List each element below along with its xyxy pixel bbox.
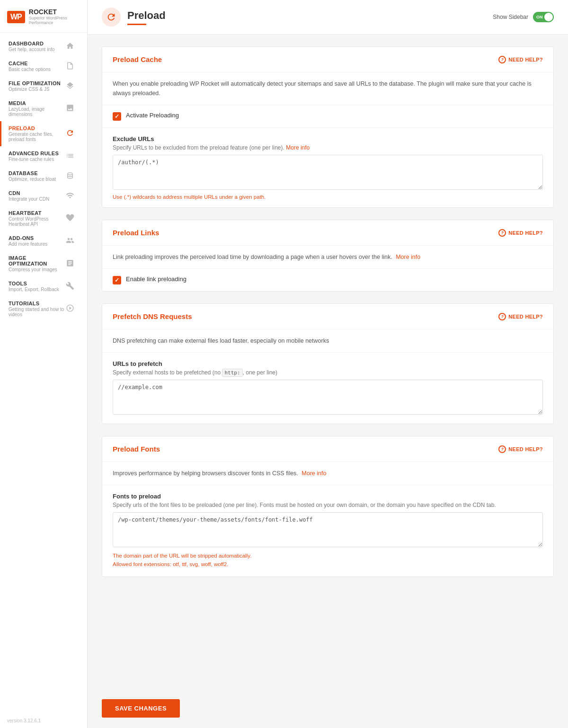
prefetch-dns-need-help[interactable]: ? NEED HELP? [498, 313, 543, 320]
preload-links-title: Preload Links [113, 229, 159, 237]
preload-fonts-need-help[interactable]: ? NEED HELP? [498, 445, 543, 453]
fonts-hint1: The domain part of the URL will be strip… [113, 551, 543, 560]
logo-subtitle: Superior WordPress Performance [29, 16, 80, 25]
sidebar-item-tutorials[interactable]: TUTORIALS Getting started and how to vid… [0, 296, 87, 321]
prefetch-urls-label: URLs to prefetch [113, 360, 543, 367]
page-title-underline [127, 24, 146, 25]
sidebar-item-tools[interactable]: TOOLS Import, Export, Rollback [0, 276, 87, 296]
fonts-preload-desc: Specify urls of the font files to be pre… [113, 502, 543, 508]
sidebar-item-cache[interactable]: CACHE Basic cache options [0, 56, 87, 76]
page-header-icon [102, 8, 121, 27]
play-icon [65, 304, 75, 314]
list-icon [65, 151, 75, 161]
preload-cache-need-help[interactable]: ? NEED HELP? [498, 56, 543, 63]
enable-link-preloading-row: Enable link preloading [102, 269, 553, 291]
prefetch-urls-desc: Specify external hosts to be prefetched … [113, 369, 543, 376]
toggle-on-label: ON [536, 15, 543, 19]
sidebar-item-addons[interactable]: ADD-ONS Add more features [0, 231, 87, 251]
sidebar-item-cdn[interactable]: CDN Integrate your CDN [0, 186, 87, 206]
prefetch-dns-desc: DNS prefetching can make external files … [102, 329, 553, 353]
need-help-icon: ? [498, 56, 506, 63]
toggle-knob [544, 13, 553, 21]
enable-link-preloading-checkbox[interactable] [113, 276, 121, 284]
content-area: Preload Cache ? NEED HELP? When you enab… [88, 35, 568, 689]
prefetch-dns-body: URLs to prefetch Specify external hosts … [102, 353, 553, 424]
prefetch-dns-title: Prefetch DNS Requests [113, 312, 192, 320]
preload-links-body: Enable link preloading [102, 269, 553, 291]
prefetch-dns-section: Prefetch DNS Requests ? NEED HELP? DNS p… [102, 303, 554, 424]
preload-fonts-body: Fonts to preload Specify urls of the fon… [102, 485, 553, 577]
preload-links-desc: Link preloading improves the perceived l… [102, 246, 553, 269]
header-right: Show Sidebar ON [493, 12, 554, 22]
logo-area: WP ROCKET Superior WordPress Performance [0, 0, 87, 33]
addons-icon [65, 236, 75, 246]
preload-fonts-header: Preload Fonts ? NEED HELP? [102, 436, 553, 462]
show-sidebar-label: Show Sidebar [493, 14, 528, 20]
http-code: http: [222, 369, 242, 377]
sidebar-item-dashboard[interactable]: DASHBOARD Get help, account info [0, 36, 87, 56]
sidebar-item-advanced-rules[interactable]: ADVANCED RULES Fine-tune cache rules [0, 146, 87, 166]
sidebar-item-image-optimization[interactable]: IMAGE OPTIMIZATION Compress your images [0, 251, 87, 276]
logo-wp: WP [7, 11, 25, 23]
save-bar: SAVE CHANGES [88, 689, 568, 728]
image-opt-icon [65, 259, 75, 269]
preload-cache-desc: When you enable preloading WP Rocket wil… [102, 72, 553, 105]
database-icon [65, 171, 75, 181]
exclude-urls-more-link[interactable]: More info [286, 144, 310, 151]
sidebar-item-database[interactable]: DATABASE Optimize, reduce bloat [0, 166, 87, 186]
prefetch-urls-textarea[interactable] [113, 380, 543, 415]
need-help-icon-4: ? [498, 445, 506, 453]
activate-preloading-label: Activate Preloading [126, 112, 179, 119]
preload-links-header: Preload Links ? NEED HELP? [102, 220, 553, 246]
sidebar-item-file-optimization[interactable]: FILE OPTIMIZATION Optimize CSS & JS [0, 76, 87, 96]
activate-preloading-checkbox[interactable] [113, 112, 121, 121]
refresh-icon [65, 129, 75, 139]
heartbeat-icon [65, 213, 75, 223]
preload-links-need-help[interactable]: ? NEED HELP? [498, 229, 543, 237]
sidebar-item-heartbeat[interactable]: HEARTBEAT Control WordPress Heartbeat AP… [0, 206, 87, 231]
need-help-icon-3: ? [498, 313, 506, 320]
image-icon [65, 104, 75, 114]
fonts-preload-label: Fonts to preload [113, 493, 543, 500]
fonts-hints: The domain part of the URL will be strip… [113, 551, 543, 569]
fonts-hint2: Allowed font extensions: otf, ttf, svg, … [113, 560, 543, 568]
fonts-preload-textarea[interactable] [113, 512, 543, 547]
exclude-urls-label: Exclude URLs [113, 135, 543, 142]
sidebar-item-media[interactable]: MEDIA LazyLoad, image dimensions [0, 96, 87, 121]
need-help-icon-2: ? [498, 229, 506, 237]
exclude-urls-desc: Specify URLs to be excluded from the pre… [113, 144, 543, 151]
sidebar: WP ROCKET Superior WordPress Performance… [0, 0, 88, 728]
preload-cache-title: Preload Cache [113, 55, 162, 63]
main-content: Preload Show Sidebar ON Preload Cache ? … [88, 0, 568, 728]
preload-cache-body: Activate Preloading Exclude URLs Specify… [102, 105, 553, 207]
save-changes-button[interactable]: SAVE CHANGES [102, 699, 180, 718]
sidebar-version: version 3.12.6.1 [0, 713, 87, 728]
home-icon [65, 42, 75, 52]
page-header: Preload Show Sidebar ON [88, 0, 568, 35]
show-sidebar-toggle[interactable]: ON [533, 12, 554, 22]
page-header-left: Preload [102, 8, 166, 27]
prefetch-dns-header: Prefetch DNS Requests ? NEED HELP? [102, 304, 553, 329]
enable-link-preloading-label: Enable link preloading [126, 275, 186, 283]
activate-preloading-row: Activate Preloading [102, 105, 553, 128]
prefetch-urls-group: URLs to prefetch Specify external hosts … [102, 353, 553, 424]
file-icon [65, 62, 75, 71]
preload-links-more-link[interactable]: More info [396, 254, 420, 260]
tools-icon [65, 282, 75, 292]
fonts-preload-group: Fonts to preload Specify urls of the fon… [102, 485, 553, 577]
nav-items: DASHBOARD Get help, account info CACHE B… [0, 33, 87, 713]
preload-cache-header: Preload Cache ? NEED HELP? [102, 47, 553, 72]
cdn-icon [65, 191, 75, 201]
logo-rocket-text: ROCKET [29, 9, 80, 16]
exclude-urls-group: Exclude URLs Specify URLs to be excluded… [102, 128, 553, 207]
exclude-urls-textarea[interactable] [113, 155, 543, 190]
preload-fonts-title: Preload Fonts [113, 445, 160, 453]
sidebar-item-preload[interactable]: PRELOAD Generate cache files, preload fo… [0, 121, 87, 146]
preload-links-section: Preload Links ? NEED HELP? Link preloadi… [102, 220, 554, 292]
exclude-urls-hint: Use (.*) wildcards to address multiple U… [113, 194, 543, 200]
preload-fonts-more-link[interactable]: More info [302, 470, 326, 477]
layers-icon [65, 81, 75, 91]
page-title: Preload [127, 9, 166, 22]
preload-cache-section: Preload Cache ? NEED HELP? When you enab… [102, 46, 554, 208]
preload-fonts-section: Preload Fonts ? NEED HELP? Improves perf… [102, 436, 554, 577]
